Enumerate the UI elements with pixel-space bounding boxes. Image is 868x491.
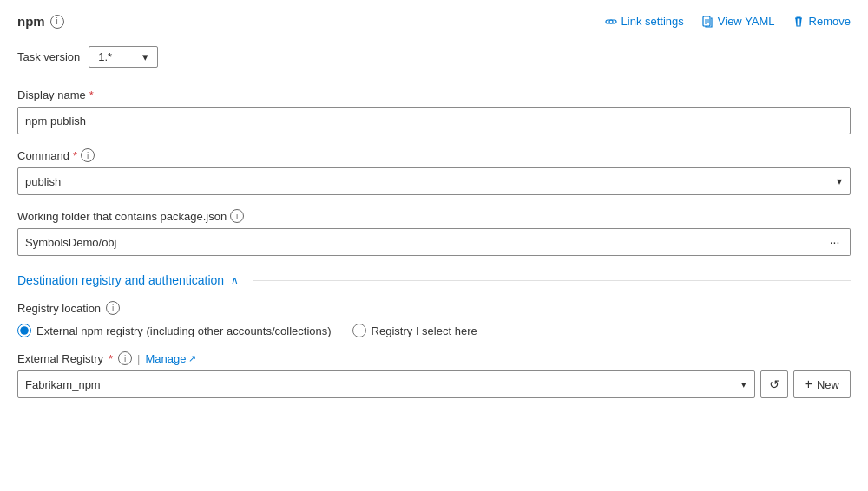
header-row: npm i Link settings [17,14,851,29]
external-registry-label: External Registry [17,352,103,365]
command-select-row: publish install ci custom ▾ [17,167,851,195]
registry-location-info-icon[interactable]: i [106,301,120,315]
remove-label: Remove [809,15,851,28]
new-button-label: New [817,378,839,391]
link-settings-button[interactable]: Link settings [605,15,684,28]
command-label: Command * i [17,148,851,162]
registry-location-label: Registry location i [17,301,851,315]
registry-location-section: Registry location i External npm registr… [17,301,851,337]
command-select[interactable]: publish install ci custom [17,167,851,195]
separator: | [137,352,140,365]
manage-link[interactable]: Manage ↗ [145,352,196,365]
command-required: * [73,149,77,162]
external-registry-label-row: External Registry * i | Manage ↗ [17,351,851,365]
new-button[interactable]: + New [793,370,851,398]
working-folder-input-row: ··· [17,228,851,256]
external-registry-info-icon[interactable]: i [118,351,132,365]
view-yaml-button[interactable]: View YAML [701,15,775,28]
destination-section-header: Destination registry and authentication … [17,273,851,287]
working-folder-label: Working folder that contains package.jso… [17,209,851,223]
link-settings-label: Link settings [621,15,684,28]
task-version-select[interactable]: 1.* ▾ [89,46,158,68]
radio-external-npm[interactable]: External npm registry (including other a… [17,324,332,337]
section-divider [253,280,851,281]
header-actions: Link settings View YAML [605,15,851,28]
link-settings-icon [605,16,617,28]
display-name-label: Display name * [17,88,851,101]
title-info-icon[interactable]: i [50,15,64,29]
view-yaml-icon [701,16,713,28]
task-version-label: Task version [17,50,80,63]
page-title: npm [17,14,45,29]
external-registry-select[interactable]: Fabrikam_npm [17,370,755,398]
radio-external-npm-input[interactable] [17,324,31,337]
display-name-input[interactable] [17,107,851,134]
view-yaml-label: View YAML [718,15,775,28]
task-version-row: Task version 1.* ▾ [17,46,851,68]
registry-location-radio-group: External npm registry (including other a… [17,324,851,337]
working-folder-ellipsis-button[interactable]: ··· [819,228,851,256]
display-name-required: * [89,88,94,101]
external-registry-section: External Registry * i | Manage ↗ Fabrika… [17,351,851,398]
header-left: npm i [17,14,64,29]
radio-select-here-label: Registry I select here [372,324,477,337]
radio-external-npm-label: External npm registry (including other a… [36,324,332,337]
working-folder-info-icon[interactable]: i [230,209,244,223]
remove-button[interactable]: Remove [792,15,851,28]
manage-external-icon: ↗ [188,353,196,364]
radio-registry-select-here[interactable]: Registry I select here [352,324,477,337]
radio-select-here-input[interactable] [352,324,366,337]
refresh-button[interactable]: ↻ [760,370,788,398]
refresh-icon: ↻ [769,377,779,391]
external-registry-required: * [108,352,113,365]
working-folder-input[interactable] [17,228,819,256]
collapse-icon[interactable]: ∧ [231,274,239,286]
ext-registry-select-wrap: Fabrikam_npm ▾ [17,370,755,398]
task-version-value: 1.* [98,50,112,63]
plus-icon: + [805,377,812,391]
command-section: Command * i publish install ci custom ▾ [17,148,851,195]
command-info-icon[interactable]: i [81,148,95,162]
ext-registry-row: Fabrikam_npm ▾ ↻ + New [17,370,851,398]
task-version-chevron-icon: ▾ [142,50,148,63]
working-folder-section: Working folder that contains package.jso… [17,209,851,256]
destination-section-title: Destination registry and authentication [17,273,224,287]
remove-icon [792,16,805,28]
display-name-section: Display name * [17,88,851,134]
